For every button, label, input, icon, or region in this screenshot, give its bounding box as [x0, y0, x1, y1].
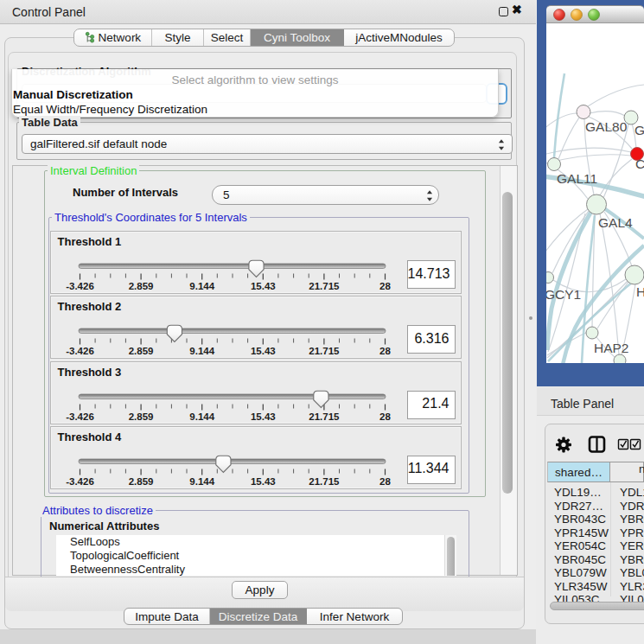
svg-text:21.715: 21.715: [309, 281, 340, 291]
svg-text:28: 28: [379, 346, 391, 356]
svg-text:HAP2: HAP2: [594, 341, 629, 355]
svg-text:15.43: 15.43: [250, 281, 275, 291]
svg-text:GAL80: GAL80: [585, 119, 628, 134]
svg-text:21.715: 21.715: [309, 476, 340, 487]
svg-text:2.859: 2.859: [128, 281, 153, 291]
svg-text:-3.426: -3.426: [66, 346, 94, 356]
svg-text:G.: G.: [634, 123, 644, 137]
svg-text:9.144: 9.144: [189, 346, 214, 356]
svg-text:2.859: 2.859: [128, 411, 153, 422]
svg-text:9.144: 9.144: [189, 411, 214, 422]
svg-text:21.715: 21.715: [309, 346, 340, 356]
svg-text:28: 28: [379, 476, 391, 487]
svg-text:GAL4: GAL4: [598, 215, 633, 230]
svg-text:9.144: 9.144: [189, 281, 214, 291]
svg-text:2.859: 2.859: [128, 476, 153, 487]
svg-text:21.715: 21.715: [309, 411, 340, 422]
svg-text:-3.426: -3.426: [66, 476, 94, 487]
svg-text:-3.426: -3.426: [66, 281, 94, 291]
svg-text:C: C: [635, 156, 644, 171]
svg-text:28: 28: [379, 411, 391, 422]
svg-text:28: 28: [379, 281, 391, 291]
svg-text:2.859: 2.859: [128, 346, 153, 356]
svg-text:-3.426: -3.426: [66, 411, 94, 422]
svg-text:15.43: 15.43: [250, 346, 275, 356]
svg-text:15.43: 15.43: [250, 411, 275, 422]
svg-text:H: H: [636, 284, 644, 299]
svg-text:GAL11: GAL11: [557, 171, 597, 186]
svg-text:GCY1: GCY1: [546, 287, 581, 302]
svg-text:9.144: 9.144: [189, 476, 214, 487]
svg-text:15.43: 15.43: [250, 476, 275, 487]
